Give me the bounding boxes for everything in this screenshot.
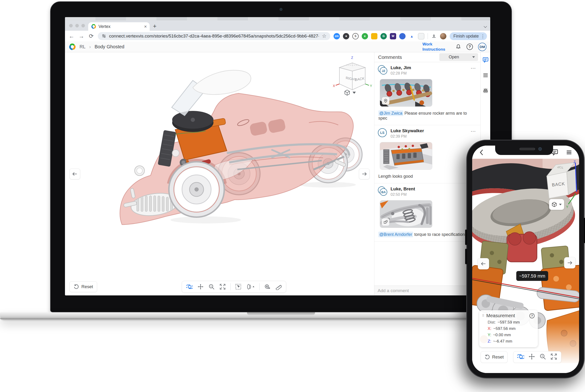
reset-view-button[interactable]: Reset bbox=[70, 281, 97, 292]
comment-time: 02:28 PM bbox=[391, 71, 468, 76]
phone-volume-down-button[interactable] bbox=[465, 249, 467, 264]
site-settings-icon[interactable] bbox=[102, 34, 106, 38]
z-label: Z: bbox=[488, 339, 491, 344]
measurement-panel[interactable]: ⠿ Measurement ? Dist:~597.59 mm X:~597.5… bbox=[479, 310, 538, 347]
notes-extension-icon[interactable] bbox=[371, 33, 377, 40]
notifications-bell-icon[interactable] bbox=[455, 44, 461, 50]
comment-menu-icon[interactable]: ⋯ bbox=[470, 65, 476, 71]
browser-toolbar: ← → ⟳ connect.vertexvis.com/stories/516c… bbox=[65, 31, 490, 42]
previous-snapshot-button[interactable] bbox=[70, 168, 80, 179]
orbit-tool-icon[interactable] bbox=[186, 284, 193, 290]
avatar-initials: JZ bbox=[380, 67, 387, 74]
wordtune-extension-icon[interactable]: W bbox=[390, 33, 396, 40]
comment-author: Luke, Brent bbox=[391, 186, 468, 192]
phone-power-button[interactable] bbox=[584, 218, 585, 243]
drag-handle-icon[interactable]: ⠿ bbox=[482, 315, 484, 316]
phone-reset-button[interactable]: Reset bbox=[481, 351, 508, 363]
finish-update-button[interactable]: Finish update ⋮ bbox=[450, 32, 487, 40]
phone-view-presets-menu[interactable] bbox=[549, 199, 564, 210]
zoom-tool-icon[interactable] bbox=[208, 284, 215, 290]
browser-back-button[interactable]: ← bbox=[68, 33, 75, 40]
measurement-help-icon[interactable]: ? bbox=[529, 313, 534, 318]
browser-forward-button[interactable]: → bbox=[78, 33, 85, 40]
lock-extension-icon[interactable] bbox=[399, 33, 406, 40]
close-tab-icon[interactable]: × bbox=[144, 24, 147, 29]
phone-toolbar: Reset bbox=[472, 351, 579, 364]
phone-zoom-tool-icon[interactable] bbox=[539, 353, 546, 361]
browser-reload-button[interactable]: ⟳ bbox=[88, 33, 95, 40]
browser-profile-avatar[interactable] bbox=[440, 33, 446, 40]
view-presets-menu[interactable] bbox=[344, 89, 356, 96]
ruler-tool-icon[interactable] bbox=[275, 284, 282, 290]
phone-reset-label: Reset bbox=[492, 354, 504, 360]
zoom-window-button[interactable] bbox=[81, 24, 85, 28]
comment-text: Length looks good bbox=[378, 174, 476, 179]
phone-menu-icon[interactable] bbox=[565, 149, 572, 156]
vertex-logo[interactable] bbox=[69, 43, 76, 50]
tab-overflow-chevron-icon[interactable] bbox=[484, 24, 487, 28]
work-instructions-link[interactable]: Work Instructions bbox=[422, 42, 450, 52]
comment-item[interactable]: BA Luke, Brent 02:50 PM ⋯ bbox=[374, 183, 480, 242]
phone-back-icon[interactable] bbox=[478, 148, 485, 156]
select-tool-icon[interactable] bbox=[235, 284, 242, 290]
settings-sliders-tab-icon[interactable] bbox=[482, 88, 489, 95]
pan-tool-icon[interactable] bbox=[197, 284, 204, 290]
comments-filter-select[interactable]: Open bbox=[439, 53, 478, 61]
new-tab-button[interactable]: + bbox=[153, 22, 157, 30]
evernote-extension-icon[interactable]: e bbox=[362, 33, 368, 40]
laptop-screen: Vertex × + ← → ⟳ connect.vertexvis.com/s… bbox=[65, 17, 490, 296]
browser-tab[interactable]: Vertex × bbox=[88, 22, 150, 31]
phone-viewcube-top-face[interactable]: TOP bbox=[557, 165, 564, 170]
s-extension-icon[interactable]: S bbox=[352, 33, 359, 40]
phone-home-area bbox=[472, 363, 579, 373]
phone-orbit-tool-icon[interactable] bbox=[517, 353, 524, 361]
phone-volume-up-button[interactable] bbox=[465, 230, 467, 245]
comment-body: torque to race specifications bbox=[414, 232, 467, 237]
phone-fit-view-tool-icon[interactable] bbox=[550, 353, 557, 361]
comment-time: 02:50 PM bbox=[391, 192, 468, 197]
fit-view-tool-icon[interactable] bbox=[219, 284, 226, 290]
car-3d-model[interactable] bbox=[65, 52, 374, 296]
measure-tape-tool-icon[interactable] bbox=[264, 284, 271, 290]
finish-update-label: Finish update bbox=[453, 34, 479, 39]
url-bar[interactable]: connect.vertexvis.com/stories/516cbc37-d… bbox=[98, 32, 330, 40]
close-window-button[interactable] bbox=[69, 24, 73, 28]
user-avatar[interactable]: DM bbox=[478, 43, 486, 51]
next-snapshot-button[interactable] bbox=[359, 168, 370, 179]
grammarly-extension-icon[interactable]: G bbox=[380, 33, 387, 40]
comment-menu-icon[interactable]: ⋯ bbox=[470, 128, 476, 134]
zoom-extension-icon[interactable]: zm bbox=[334, 33, 340, 40]
arrow-left-icon bbox=[480, 261, 486, 267]
comments-tab-icon[interactable] bbox=[482, 56, 489, 64]
scene-list-tab-icon[interactable] bbox=[482, 72, 489, 80]
arrow-left-icon bbox=[72, 171, 78, 177]
drive-extension-icon[interactable]: ▲ bbox=[409, 33, 415, 40]
minimize-window-button[interactable] bbox=[75, 24, 79, 28]
phone-next-snapshot-button[interactable] bbox=[564, 257, 575, 268]
3d-viewer[interactable]: RIGHT BACK Z X Y bbox=[65, 52, 374, 296]
settings-extension-icon[interactable]: ∗ bbox=[343, 33, 349, 40]
phone-previous-snapshot-button[interactable] bbox=[478, 258, 489, 270]
mention-chip[interactable]: @Jim Zwica bbox=[378, 110, 403, 116]
comment-item[interactable]: LS Luke Skywalker 02:39 PM ⋯ bbox=[374, 125, 480, 183]
breadcrumb-root[interactable]: RL bbox=[80, 44, 86, 50]
phone-pan-tool-icon[interactable] bbox=[528, 353, 535, 361]
mention-chip[interactable]: @Brent Arndorfer bbox=[378, 232, 413, 237]
window-controls[interactable] bbox=[69, 24, 85, 28]
browser-menu-icon[interactable]: ⋮ bbox=[481, 34, 485, 39]
add-comment-field[interactable]: Add a comment bbox=[374, 286, 480, 296]
phone-viewcube-y-axis: Y bbox=[566, 205, 568, 209]
x-value: ~597.56 mm bbox=[493, 326, 515, 331]
downloads-icon[interactable] bbox=[431, 33, 437, 39]
comment-snapshot-thumbnail[interactable] bbox=[380, 142, 432, 170]
app-header: RL › Body Ghosted Work Instructions ? DM bbox=[65, 42, 490, 52]
clipper-extension-icon[interactable] bbox=[418, 33, 424, 40]
url-text[interactable]: connect.vertexvis.com/stories/516cbc37-d… bbox=[109, 34, 319, 39]
section-tool-icon[interactable] bbox=[246, 284, 255, 290]
comment-item[interactable]: JZ Luke, Jim 02:28 PM ⋯ bbox=[374, 62, 480, 125]
bookmark-star-icon[interactable]: ☆ bbox=[322, 33, 326, 39]
help-icon[interactable]: ? bbox=[466, 44, 473, 50]
phone-tool-group bbox=[513, 351, 561, 363]
comment-snapshot-thumbnail[interactable] bbox=[380, 79, 432, 107]
comment-snapshot-thumbnail[interactable] bbox=[380, 200, 432, 228]
